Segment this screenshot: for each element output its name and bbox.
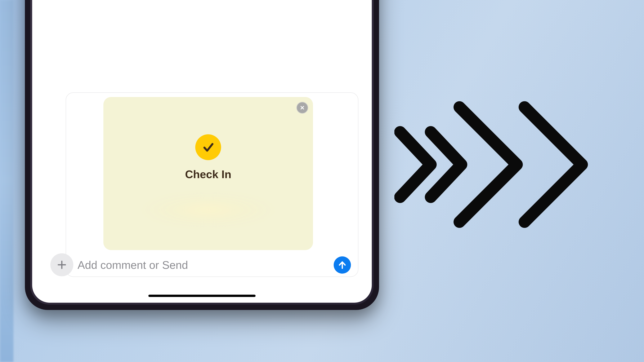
plus-icon [56, 260, 67, 270]
checkmark-icon [202, 141, 215, 154]
bottom-spacer [32, 279, 372, 303]
add-attachment-button[interactable] [50, 253, 73, 276]
arrow-up-icon [338, 260, 347, 270]
send-button[interactable] [334, 256, 351, 274]
phone-screen: Check In Add comment or Send [32, 0, 372, 303]
tile-glow [141, 193, 275, 227]
phone-device-frame: Check In Add comment or Send [25, 0, 379, 310]
checkin-message-card: Check In Add comment or Send [66, 92, 358, 277]
messages-content-area: Check In Add comment or Send [32, 92, 372, 303]
check-circle-icon [195, 134, 221, 160]
background-blur-strip [0, 0, 14, 362]
checkin-tile[interactable]: Check In [104, 97, 313, 250]
close-icon [300, 105, 305, 110]
composer-row: Add comment or Send [66, 254, 358, 277]
comment-input[interactable]: Add comment or Send [71, 256, 334, 274]
checkin-title: Check In [185, 168, 232, 181]
close-button[interactable] [296, 102, 308, 114]
home-indicator[interactable] [148, 295, 256, 297]
forward-arrows-graphic [394, 96, 597, 233]
phone-bezel: Check In Add comment or Send [30, 0, 374, 305]
